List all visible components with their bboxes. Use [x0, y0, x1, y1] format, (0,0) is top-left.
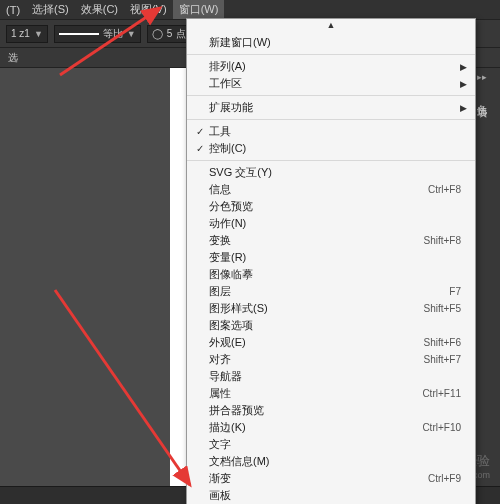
menu-item[interactable]: 图像临摹: [187, 266, 475, 283]
submenu-arrow-icon: ▶: [455, 62, 467, 72]
menu-item-label: 变换: [209, 233, 423, 248]
menu-item[interactable]: 对齐Shift+F7: [187, 351, 475, 368]
menu-item-shortcut: Ctrl+F8: [428, 184, 467, 195]
brush-preset-select[interactable]: 1 z1 ▼: [6, 25, 48, 43]
menu-item-shortcut: Shift+F8: [423, 235, 467, 246]
menu-item[interactable]: 画板: [187, 487, 475, 504]
menu-item-shortcut: Shift+F7: [423, 354, 467, 365]
menu-item-label: 渐变: [209, 471, 428, 486]
menu-item-shortcut: Ctrl+F10: [422, 422, 467, 433]
brush-preset-value: 1 z1: [11, 28, 30, 39]
menu-item[interactable]: 属性Ctrl+F11: [187, 385, 475, 402]
menu-item-label: 工作区: [209, 76, 455, 91]
menu-item-label: 工具: [209, 124, 455, 139]
tab-fragment[interactable]: 选: [8, 51, 18, 65]
scroll-up-icon[interactable]: ▲: [187, 19, 475, 31]
menu-item[interactable]: SVG 交互(Y): [187, 164, 475, 181]
menu-item[interactable]: 导航器: [187, 368, 475, 385]
stroke-profile-select[interactable]: 等比 ▼: [54, 25, 141, 43]
menu-item-shortcut: Shift+F6: [423, 337, 467, 348]
submenu-arrow-icon: ▶: [455, 79, 467, 89]
menu-item-label: 拼合器预览: [209, 403, 461, 418]
menu-item[interactable]: 图案选项: [187, 317, 475, 334]
menu-item-label: 文字: [209, 437, 461, 452]
polygon-icon: ◯: [152, 28, 163, 39]
menu-item-label: 图层: [209, 284, 449, 299]
menu-item[interactable]: 图层F7: [187, 283, 475, 300]
menu-item-label: 外观(E): [209, 335, 423, 350]
window-menu-dropdown: ▲ 新建窗口(W) 排列(A) ▶ 工作区 ▶ 扩展功能 ▶ ✓ 工具: [186, 18, 476, 504]
chevron-down-icon: ▼: [127, 29, 136, 39]
menu-item-label: 文档信息(M): [209, 454, 461, 469]
menu-item-label: 对齐: [209, 352, 423, 367]
menu-item[interactable]: 外观(E)Shift+F6: [187, 334, 475, 351]
menu-effect[interactable]: 效果(C): [75, 0, 124, 19]
submenu-arrow-icon: ▶: [455, 103, 467, 113]
menu-item[interactable]: 图形样式(S)Shift+F5: [187, 300, 475, 317]
menu-item[interactable]: 变量(R): [187, 249, 475, 266]
menu-item-label: 动作(N): [209, 216, 461, 231]
menu-item-label: 分色预览: [209, 199, 461, 214]
menu-item-label: 图形样式(S): [209, 301, 423, 316]
menu-item[interactable]: 文档信息(M): [187, 453, 475, 470]
menu-control[interactable]: ✓ 控制(C): [187, 140, 475, 157]
menu-item-label: 新建窗口(W): [209, 35, 455, 50]
menu-item-label: 排列(A): [209, 59, 455, 74]
line-thumb-icon: [59, 33, 99, 35]
menu-item-label: 属性: [209, 386, 422, 401]
check-icon: ✓: [191, 126, 209, 137]
check-icon: ✓: [191, 143, 209, 154]
shape-sides-value: 5: [167, 28, 173, 39]
menu-workspace[interactable]: 工作区 ▶: [187, 75, 475, 92]
menu-item-label: 变量(R): [209, 250, 461, 265]
menu-view[interactable]: 视图(V): [124, 0, 173, 19]
menu-window[interactable]: 窗口(W): [173, 0, 225, 19]
menu-item-label: 画板: [209, 488, 461, 503]
menu-item-shortcut: F7: [449, 286, 467, 297]
menu-bar: (T) 选择(S) 效果(C) 视图(V) 窗口(W): [0, 0, 500, 20]
menu-item-label: 控制(C): [209, 141, 455, 156]
menu-item-label: SVG 交互(Y): [209, 165, 461, 180]
menu-t[interactable]: (T): [0, 2, 26, 18]
menu-item-shortcut: Ctrl+F9: [428, 473, 467, 484]
menu-item[interactable]: 信息Ctrl+F8: [187, 181, 475, 198]
menu-item[interactable]: 分色预览: [187, 198, 475, 215]
menu-item[interactable]: 变换Shift+F8: [187, 232, 475, 249]
menu-extensions[interactable]: 扩展功能 ▶: [187, 99, 475, 116]
scale-label: 等比: [103, 27, 123, 41]
menu-item-label: 信息: [209, 182, 428, 197]
menu-item[interactable]: 动作(N): [187, 215, 475, 232]
menu-item[interactable]: 文字: [187, 436, 475, 453]
menu-item-shortcut: Ctrl+F11: [422, 388, 467, 399]
menu-item[interactable]: 渐变Ctrl+F9: [187, 470, 475, 487]
menu-select[interactable]: 选择(S): [26, 0, 75, 19]
menu-item-label: 扩展功能: [209, 100, 455, 115]
swatch-panel-tab[interactable]: 色选项: [475, 96, 489, 102]
menu-item-label: 图案选项: [209, 318, 461, 333]
menu-item[interactable]: 描边(K)Ctrl+F10: [187, 419, 475, 436]
menu-arrange[interactable]: 排列(A) ▶: [187, 58, 475, 75]
menu-new-window[interactable]: 新建窗口(W): [187, 34, 475, 51]
menu-item-label: 描边(K): [209, 420, 422, 435]
chevron-down-icon: ▼: [34, 29, 43, 39]
menu-item[interactable]: 拼合器预览: [187, 402, 475, 419]
menu-item-label: 导航器: [209, 369, 461, 384]
menu-tools[interactable]: ✓ 工具: [187, 123, 475, 140]
menu-item-shortcut: Shift+F5: [423, 303, 467, 314]
menu-item-label: 图像临摹: [209, 267, 461, 282]
